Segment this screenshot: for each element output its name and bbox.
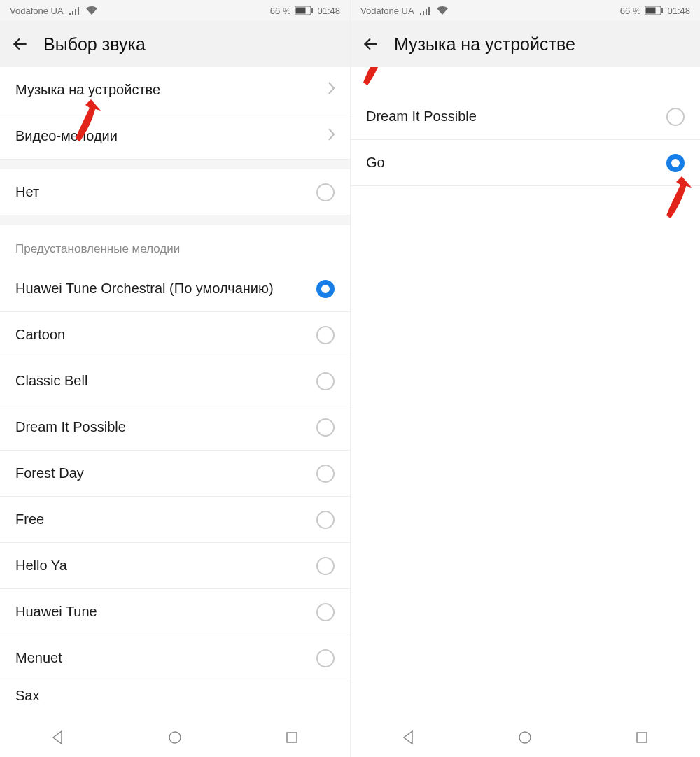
radio-unselected[interactable]	[316, 372, 335, 390]
battery-percent: 66 %	[620, 6, 641, 16]
svg-rect-1	[296, 8, 306, 14]
row-label: Cartoon	[15, 327, 316, 343]
radio-selected[interactable]	[316, 280, 335, 298]
ringtone-row[interactable]: Cartoon	[0, 312, 350, 358]
signal-icon	[69, 6, 80, 15]
ringtone-row[interactable]: Hello Ya	[0, 543, 350, 589]
nav-back-button[interactable]	[41, 723, 76, 751]
row-label: Музыка на устройстве	[15, 82, 328, 98]
row-label: Huawei Tune Orchestral (По умолчанию)	[15, 281, 316, 297]
radio-unselected[interactable]	[316, 603, 335, 621]
section-gap	[0, 215, 350, 225]
wifi-icon	[437, 6, 448, 15]
row-label: Sax	[15, 688, 335, 704]
nav-row-music-on-device[interactable]: Музыка на устройстве	[0, 67, 350, 113]
battery-icon	[295, 6, 313, 15]
chevron-right-icon	[328, 128, 335, 144]
ringtone-row[interactable]: Free	[0, 497, 350, 543]
svg-rect-7	[662, 8, 663, 13]
chevron-right-icon	[328, 82, 335, 98]
row-label: Нет	[15, 184, 316, 200]
phone-right: Vodafone UA 66 % 01:48 Музыка на устройс…	[350, 0, 700, 757]
ringtone-row[interactable]: Sax	[0, 681, 350, 709]
track-list: Dream It PossibleGo	[351, 94, 700, 186]
ringtone-row[interactable]: Huawei Tune	[0, 589, 350, 635]
row-label: Dream It Possible	[15, 419, 316, 435]
content-area: Dream It PossibleGo	[351, 67, 700, 718]
svg-rect-9	[637, 733, 647, 742]
nav-recent-button[interactable]	[624, 723, 659, 751]
svg-rect-6	[646, 8, 656, 14]
nav-recent-button[interactable]	[274, 723, 309, 751]
back-button[interactable]	[10, 34, 31, 55]
carrier-label: Vodafone UA	[10, 6, 64, 16]
section-header-preset: Предустановленные мелодии	[0, 225, 350, 266]
page-title: Музыка на устройстве	[394, 34, 575, 55]
content-area: Музыка на устройстве Видео-мелодии Нет П…	[0, 67, 350, 718]
wifi-icon	[86, 6, 97, 15]
radio-unselected[interactable]	[316, 511, 335, 529]
row-label: Dream It Possible	[366, 108, 666, 125]
nav-row-video-melodies[interactable]: Видео-мелодии	[0, 113, 350, 160]
ringtone-row[interactable]: Menuet	[0, 635, 350, 681]
svg-point-3	[169, 732, 181, 743]
track-row[interactable]: Go	[351, 140, 700, 186]
radio-unselected[interactable]	[316, 649, 335, 667]
row-label: Hello Ya	[15, 558, 316, 574]
nav-home-button[interactable]	[158, 723, 192, 751]
status-bar: Vodafone UA 66 % 01:48	[351, 0, 700, 21]
page-title: Выбор звука	[43, 34, 146, 55]
row-label: Huawei Tune	[15, 604, 316, 620]
radio-unselected[interactable]	[316, 465, 335, 483]
radio-unselected[interactable]	[316, 183, 335, 201]
radio-unselected[interactable]	[316, 326, 335, 344]
title-bar: Выбор звука	[0, 21, 350, 67]
back-button[interactable]	[360, 34, 382, 55]
nav-home-button[interactable]	[507, 723, 542, 751]
ringtone-row[interactable]: Classic Bell	[0, 358, 350, 404]
carrier-label: Vodafone UA	[360, 6, 414, 16]
row-label: Menuet	[15, 650, 316, 666]
row-label: Free	[15, 511, 316, 528]
row-label: Forest Day	[15, 465, 316, 481]
svg-point-8	[519, 732, 531, 743]
ringtone-list: Huawei Tune Orchestral (По умолчанию)Car…	[0, 266, 350, 709]
row-label: Classic Bell	[15, 373, 316, 389]
status-bar: Vodafone UA 66 % 01:48	[0, 0, 350, 21]
svg-rect-2	[312, 8, 313, 13]
radio-selected[interactable]	[666, 154, 685, 172]
nav-back-button[interactable]	[391, 723, 426, 751]
ringtone-row[interactable]: Huawei Tune Orchestral (По умолчанию)	[0, 266, 350, 312]
track-row[interactable]: Dream It Possible	[351, 94, 700, 140]
battery-percent: 66 %	[270, 6, 291, 16]
ringtone-row-none[interactable]: Нет	[0, 169, 350, 215]
row-label: Видео-мелодии	[15, 128, 328, 144]
title-bar: Музыка на устройстве	[351, 21, 700, 67]
system-nav-bar	[0, 718, 350, 757]
row-label: Go	[366, 155, 666, 171]
clock: 01:48	[667, 6, 690, 16]
radio-unselected[interactable]	[666, 108, 685, 126]
svg-rect-4	[287, 733, 297, 742]
radio-unselected[interactable]	[316, 557, 335, 575]
radio-unselected[interactable]	[316, 418, 335, 437]
signal-icon	[420, 6, 431, 15]
battery-icon	[645, 6, 663, 15]
phone-left: Vodafone UA 66 % 01:48 Выбор звука Музык…	[0, 0, 350, 757]
ringtone-row[interactable]: Dream It Possible	[0, 404, 350, 451]
ringtone-row[interactable]: Forest Day	[0, 451, 350, 497]
clock: 01:48	[317, 6, 340, 16]
system-nav-bar	[351, 718, 700, 757]
section-gap	[0, 160, 350, 169]
